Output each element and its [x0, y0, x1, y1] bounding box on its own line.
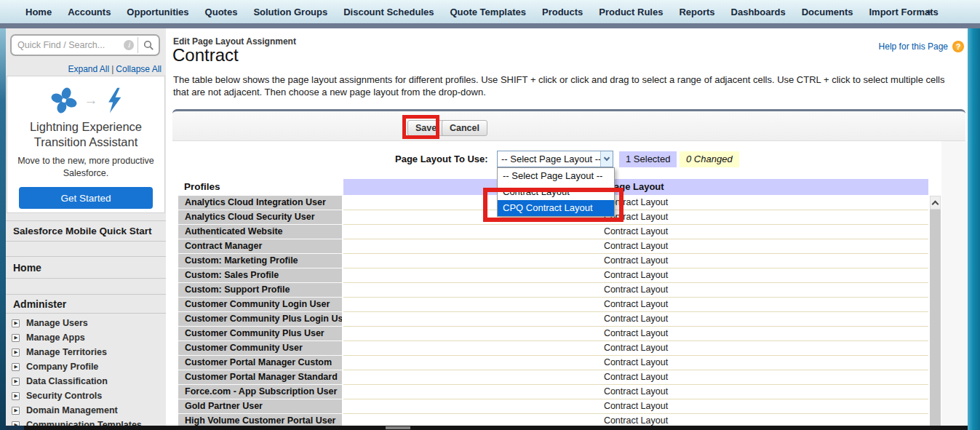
page-layout-select[interactable]: -- Select Page Layout -- [497, 151, 613, 167]
table-row: Customer Community Plus User Contract La… [178, 327, 928, 341]
table-row: Custom: Marketing Profile Contract Layou… [178, 254, 928, 268]
layout-cell[interactable]: Contract Layout [343, 327, 928, 341]
expand-arrow-icon[interactable]: ▶ [12, 349, 20, 357]
tree-controls: Expand All|Collapse All [68, 64, 162, 74]
layout-cell[interactable]: Contract Layout [343, 225, 928, 239]
layout-cell[interactable]: Contract Layout [343, 399, 928, 414]
nav-tab[interactable]: Home [17, 7, 60, 17]
assistant-title: Lightning Experience Transition Assistan… [17, 119, 155, 150]
table-row: Custom: Sales Profile Contract Layout [178, 268, 928, 283]
scrollbar-up-icon[interactable] [930, 196, 941, 210]
assistant-subtitle: Move to the new, more productive Salesfo… [13, 155, 159, 180]
help-link[interactable]: Help for this Page [879, 41, 948, 52]
table-row: Custom: Support Profile Contract Layout [178, 283, 928, 298]
profile-cell: Authenticated Website [178, 225, 342, 239]
layout-cell[interactable]: Contract Layout [343, 210, 928, 225]
cancel-button[interactable]: Cancel [442, 120, 487, 136]
salesforce-setup-page: Home Accounts Opportunities Quotes Solut… [0, 0, 980, 430]
profile-cell: Gold Partner User [178, 399, 342, 414]
page-title: Contract [172, 45, 239, 65]
layout-cell[interactable]: Contract Layout [343, 370, 928, 385]
layout-cell[interactable]: Contract Layout [343, 312, 928, 327]
layout-cell[interactable]: Contract Layout [343, 254, 928, 268]
classic-clover-icon [50, 87, 78, 114]
layout-cell[interactable]: Contract Layout [343, 283, 928, 298]
table-row: Authenticated Website Contract Layout [178, 225, 928, 239]
sidebar-item[interactable]: ▶ Security Controls [6, 389, 166, 403]
section-mobile-quick-start: Salesforce Mobile Quick Start [6, 220, 166, 242]
table-row: Contract Manager Contract Layout [178, 239, 928, 254]
layout-cell[interactable]: Contract Layout [343, 298, 928, 312]
arrow-right-icon: → [84, 92, 98, 108]
layout-cell[interactable]: Contract Layout [343, 385, 928, 399]
sidebar-item[interactable]: ▶ Manage Territories [6, 345, 166, 359]
setup-sidebar: i Expand All|Collapse All [6, 28, 166, 426]
nav-tab[interactable]: Documents [794, 7, 861, 17]
layout-cell[interactable]: Contract Layout [343, 196, 928, 210]
search-input[interactable] [12, 40, 124, 50]
expand-all-link[interactable]: Expand All [68, 64, 109, 74]
assignment-table: Analytics Cloud Integration User Contrac… [178, 196, 928, 429]
dropdown-option-highlighted[interactable]: CPQ Contract Layout [498, 200, 614, 216]
sidebar-item[interactable]: ▶ Manage Users [6, 316, 166, 330]
dropdown-option[interactable]: Contract Layout [498, 184, 614, 200]
profile-cell: Custom: Sales Profile [178, 268, 342, 283]
nav-tab[interactable]: Opportunities [119, 7, 196, 17]
form-right-margin [941, 141, 968, 426]
expand-arrow-icon[interactable]: ▶ [12, 392, 20, 400]
nav-tab[interactable]: Reports [671, 7, 722, 17]
bottom-scrollbar[interactable] [24, 426, 968, 430]
nav-tab[interactable]: Discount Schedules [335, 7, 442, 17]
lightning-icon [105, 87, 122, 114]
layout-cell[interactable]: Contract Layout [343, 268, 928, 283]
page-description: The table below shows the page layout as… [173, 73, 963, 98]
nav-tab[interactable]: Accounts [60, 7, 119, 17]
select-value: -- Select Page Layout -- [498, 154, 600, 164]
page-layout-select-label: Page Layout To Use: [395, 154, 488, 164]
top-nav: Home Accounts Opportunities Quotes Solut… [0, 0, 980, 23]
nav-tab[interactable]: Quotes [197, 7, 246, 17]
sidebar-item[interactable]: ▶ Data Classification [6, 374, 166, 389]
profile-cell: Customer Community User [178, 341, 342, 356]
sidebar-item[interactable]: ▶ Manage Apps [6, 330, 166, 345]
info-icon[interactable]: i [124, 40, 134, 50]
layout-cell[interactable]: Contract Layout [343, 341, 928, 356]
get-started-button[interactable]: Get Started [19, 187, 153, 209]
expand-arrow-icon[interactable]: ▶ [12, 407, 20, 415]
layout-cell[interactable]: Contract Layout [343, 356, 928, 370]
nav-tab[interactable]: Dashboards [723, 7, 794, 17]
nav-tab[interactable]: Products [534, 7, 591, 17]
right-edge-decoration [968, 28, 980, 430]
table-row: Customer Community Plus Login User Contr… [178, 312, 928, 327]
scrollbar-thumb[interactable] [930, 210, 941, 426]
layout-cell[interactable]: Contract Layout [343, 239, 928, 254]
expand-arrow-icon[interactable]: ▶ [12, 363, 20, 371]
table-row: Customer Portal Manager Standard Contrac… [178, 370, 928, 385]
table-row: Gold Partner User Contract Layout [178, 399, 928, 414]
nav-tab[interactable]: Quote Templates [442, 7, 534, 17]
collapse-all-link[interactable]: Collapse All [116, 64, 162, 74]
bottom-scrollbar-thumb[interactable] [386, 426, 410, 429]
action-button-bar: Save Cancel [172, 109, 965, 141]
link-divider: | [111, 64, 113, 74]
changed-count-badge: 0 Changed [680, 151, 739, 167]
help-icon[interactable]: ? [952, 41, 964, 52]
profile-cell: Force.com - App Subscription User [178, 385, 342, 399]
profile-cell: Contract Manager [178, 239, 342, 254]
table-row: Customer Portal Manager Custom Contract … [178, 356, 928, 370]
dropdown-option[interactable]: -- Select Page Layout -- [498, 168, 614, 184]
nav-tab[interactable]: Solution Groups [245, 7, 335, 17]
search-icon[interactable] [138, 36, 159, 55]
expand-arrow-icon[interactable]: ▶ [12, 319, 20, 327]
sidebar-item[interactable]: ▶ Domain Management [6, 403, 166, 418]
sidebar-item[interactable]: ▶ Company Profile [6, 359, 166, 374]
expand-arrow-icon[interactable]: ▶ [12, 378, 20, 386]
page-layout-column-header: Page Layout [343, 179, 928, 195]
profile-cell: Custom: Support Profile [178, 283, 342, 298]
add-tab-button[interactable]: + [918, 0, 940, 23]
save-button[interactable]: Save [407, 120, 445, 136]
table-row: Customer Community Login User Contract L… [178, 298, 928, 312]
chevron-down-icon[interactable] [600, 151, 613, 167]
nav-tab[interactable]: Product Rules [591, 7, 671, 17]
expand-arrow-icon[interactable]: ▶ [12, 334, 20, 342]
